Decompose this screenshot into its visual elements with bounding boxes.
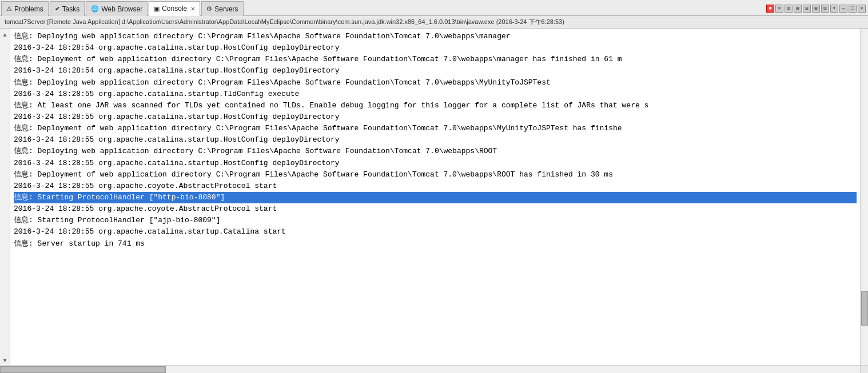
server-title: tomcat7Server [Remote Java Application] … bbox=[5, 18, 564, 26]
maximize-view-button[interactable]: □ bbox=[849, 5, 857, 13]
tab-tasks[interactable]: ✔ Tasks bbox=[50, 1, 85, 16]
tab-servers[interactable]: ⚙ Servers bbox=[201, 1, 243, 16]
console-line: 2016-3-24 18:28:55 org.apache.catalina.s… bbox=[14, 226, 857, 238]
tab-console[interactable]: ▣ Console ✕ bbox=[149, 1, 200, 16]
vertical-scrollbar[interactable] bbox=[860, 29, 868, 365]
console-line: 信息: At least one JAR was scanned for TLD… bbox=[14, 100, 857, 111]
console-close-button[interactable]: ✕ bbox=[190, 6, 195, 12]
console-icon: ▣ bbox=[154, 5, 160, 13]
console-line: 信息: Deploying web application directory … bbox=[14, 31, 857, 42]
console-line: 2016-3-24 18:28:55 org.apache.catalina.s… bbox=[14, 111, 857, 123]
horizontal-scrollbar-track[interactable] bbox=[0, 366, 860, 374]
problems-icon: ⚠ bbox=[6, 5, 12, 13]
scroll-down-arrow[interactable]: ▼ bbox=[3, 356, 6, 366]
scroll-up-arrow[interactable]: ▲ bbox=[3, 31, 6, 40]
console-line: 2016-3-24 18:28:55 org.apache.catalina.s… bbox=[14, 89, 857, 100]
scrollbar-thumb-v[interactable] bbox=[861, 291, 868, 326]
stop-button[interactable]: ■ bbox=[766, 5, 774, 13]
pin-button[interactable]: ⊟ bbox=[803, 5, 811, 13]
console-line: 信息: Deployment of web application direct… bbox=[14, 169, 857, 181]
left-margin: ▲ ▼ bbox=[0, 29, 10, 365]
tab-web-browser[interactable]: 🌐 Web Browser bbox=[86, 1, 148, 16]
console-content[interactable]: 信息: Deploying web application directory … bbox=[10, 29, 860, 365]
console-line: 2016-3-24 18:28:54 org.apache.catalina.s… bbox=[14, 65, 857, 77]
console-line: 2016-3-24 18:28:55 org.apache.catalina.s… bbox=[14, 158, 857, 169]
scrollbar-thumb-h[interactable] bbox=[0, 366, 166, 373]
clear-button[interactable]: ⊡ bbox=[785, 5, 793, 13]
view-menu-button[interactable]: ▾ bbox=[830, 5, 838, 13]
scroll-lock-button[interactable]: ⊞ bbox=[794, 5, 802, 13]
console-line: 信息: Deploying web application directory … bbox=[14, 77, 857, 89]
console-line: 2016-3-24 18:28:55 org.apache.coyote.Abs… bbox=[14, 203, 857, 215]
console-line: 2016-3-24 18:28:55 org.apache.catalina.s… bbox=[14, 134, 857, 146]
minimize-view-button[interactable]: — bbox=[839, 5, 847, 13]
horizontal-scrollbar-area bbox=[0, 365, 868, 373]
console-line: 2016-3-24 18:28:55 org.apache.coyote.Abs… bbox=[14, 181, 857, 192]
tab-bar: ⚠ Problems ✔ Tasks 🌐 Web Browser ▣ Conso… bbox=[0, 0, 868, 16]
console-line: 信息: Deployment of web application direct… bbox=[14, 54, 857, 65]
open-console-button[interactable]: ⊡ bbox=[821, 5, 829, 13]
console-outer: ▲ ▼ 信息: Deploying web application direct… bbox=[0, 29, 868, 365]
tasks-icon: ✔ bbox=[55, 5, 60, 13]
console-line: 信息: Server startup in 741 ms bbox=[14, 238, 857, 250]
console-line: 信息: Starting ProtocolHandler ["http-bio-… bbox=[14, 192, 857, 203]
scrollbar-corner bbox=[860, 366, 868, 374]
disconnect-button[interactable]: ✕ bbox=[775, 5, 783, 13]
close-view-button[interactable]: ✕ bbox=[858, 5, 866, 13]
title-bar: tomcat7Server [Remote Java Application] … bbox=[0, 16, 868, 29]
servers-icon: ⚙ bbox=[206, 5, 212, 13]
word-wrap-button[interactable]: ⊞ bbox=[812, 5, 820, 13]
console-line: 信息: Starting ProtocolHandler ["ajp-bio-8… bbox=[14, 215, 857, 226]
console-line: 信息: Deployment of web application direct… bbox=[14, 123, 857, 134]
web-browser-icon: 🌐 bbox=[91, 5, 99, 13]
console-line: 2016-3-24 18:28:54 org.apache.catalina.s… bbox=[14, 42, 857, 54]
console-line: 信息: Deploying web application directory … bbox=[14, 146, 857, 157]
tab-problems[interactable]: ⚠ Problems bbox=[1, 1, 49, 16]
